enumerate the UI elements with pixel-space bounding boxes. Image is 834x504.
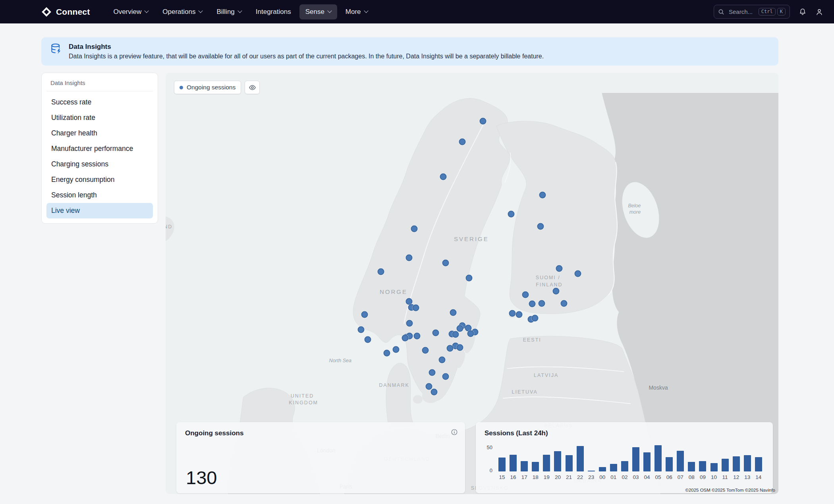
session-marker[interactable] <box>537 223 544 230</box>
session-marker[interactable] <box>411 225 418 232</box>
session-marker[interactable] <box>413 333 420 340</box>
x-tick-label: 20 <box>552 474 563 480</box>
chart-bars <box>496 444 764 471</box>
session-marker[interactable] <box>405 254 412 261</box>
session-marker[interactable] <box>446 345 453 351</box>
search-shortcut: CtrlK <box>759 8 786 15</box>
live-view-map[interactable]: SVERIGENORGESUOMI /FINLANDDANMARKEESTILA… <box>166 73 778 494</box>
sidebar-title: Data Insights <box>46 79 153 91</box>
bar-11 <box>722 459 729 471</box>
session-marker[interactable] <box>402 335 409 342</box>
toggle-visibility-button[interactable] <box>245 81 260 94</box>
session-marker[interactable] <box>440 174 446 180</box>
bar-10 <box>710 463 718 471</box>
session-marker[interactable] <box>575 270 581 277</box>
bar-19 <box>543 455 550 471</box>
session-marker[interactable] <box>480 118 486 125</box>
nav-item-label: Operations <box>162 8 195 16</box>
session-marker[interactable] <box>377 268 384 275</box>
session-marker[interactable] <box>452 331 459 338</box>
bar-column <box>664 457 675 471</box>
session-marker[interactable] <box>556 265 562 272</box>
x-tick-label: 10 <box>708 474 719 480</box>
search-box[interactable]: CtrlK <box>714 5 790 19</box>
bar-column <box>697 461 708 471</box>
brand[interactable]: Connect <box>41 7 90 17</box>
session-marker[interactable] <box>438 356 445 363</box>
bar-column <box>552 451 563 471</box>
x-tick-label: 22 <box>575 474 586 480</box>
session-marker[interactable] <box>406 320 413 327</box>
sidebar-item-utilization-rate[interactable]: Utilization rate <box>46 110 153 126</box>
sidebar-item-success-rate[interactable]: Success rate <box>46 95 153 110</box>
session-marker[interactable] <box>539 191 546 198</box>
session-marker[interactable] <box>456 325 463 332</box>
sidebar-item-manufacturer-performance[interactable]: Manufacturer performance <box>46 141 153 156</box>
bar-15 <box>498 458 506 471</box>
sidebar-item-live-view[interactable]: Live view <box>46 203 153 218</box>
notifications-button[interactable] <box>799 8 807 16</box>
session-marker[interactable] <box>432 329 439 336</box>
legend-ongoing-sessions[interactable]: Ongoing sessions <box>174 81 241 94</box>
session-marker[interactable] <box>529 301 535 307</box>
session-marker[interactable] <box>459 139 465 145</box>
session-marker[interactable] <box>508 211 515 218</box>
bar-04 <box>643 452 651 471</box>
session-marker[interactable] <box>393 346 400 353</box>
bar-16 <box>510 455 517 471</box>
session-marker[interactable] <box>509 310 516 317</box>
top-nav: Connect OverviewOperationsBillingIntegra… <box>0 0 834 23</box>
session-marker[interactable] <box>467 330 474 337</box>
bar-column <box>630 447 641 471</box>
nav-item-operations[interactable]: Operations <box>156 4 208 19</box>
connect-logo-icon <box>41 7 52 17</box>
session-marker[interactable] <box>384 350 390 356</box>
nav-item-sense[interactable]: Sense <box>299 4 337 19</box>
user-menu-button[interactable] <box>815 8 823 16</box>
sidebar-item-charging-sessions[interactable]: Charging sessions <box>46 156 153 172</box>
nav-item-integrations[interactable]: Integrations <box>250 4 297 19</box>
session-marker[interactable] <box>412 305 419 311</box>
session-marker[interactable] <box>539 300 545 307</box>
session-marker[interactable] <box>431 389 437 396</box>
bar-column <box>653 445 664 471</box>
chevron-down-icon <box>364 8 368 13</box>
sidebar-item-session-length[interactable]: Session length <box>46 187 153 203</box>
session-marker[interactable] <box>422 347 429 354</box>
session-marker[interactable] <box>450 309 456 316</box>
bar-column <box>720 459 731 471</box>
sidebar-item-charger-health[interactable]: Charger health <box>46 126 153 141</box>
session-marker[interactable] <box>516 311 523 318</box>
sessions-chart-title: Sessions (Last 24h) <box>485 429 764 437</box>
session-marker[interactable] <box>365 336 371 343</box>
chevron-down-icon <box>145 8 149 13</box>
session-marker[interactable] <box>560 300 567 307</box>
bar-column <box>619 461 630 471</box>
info-button[interactable] <box>451 429 458 437</box>
bar-column <box>541 455 552 471</box>
session-marker[interactable] <box>358 326 365 333</box>
session-marker[interactable] <box>465 274 472 281</box>
bar-column <box>608 464 619 471</box>
x-tick-label: 23 <box>586 474 597 480</box>
session-marker[interactable] <box>442 373 449 380</box>
bar-03 <box>632 447 639 471</box>
bar-08 <box>688 462 695 471</box>
nav-item-billing[interactable]: Billing <box>210 4 247 19</box>
nav-item-more[interactable]: More <box>340 4 374 19</box>
kbd-k: K <box>777 8 786 15</box>
session-marker[interactable] <box>442 259 449 266</box>
session-marker[interactable] <box>361 311 368 318</box>
session-marker[interactable] <box>456 344 463 351</box>
bar-column <box>575 446 586 471</box>
session-marker[interactable] <box>426 383 432 390</box>
session-marker[interactable] <box>522 292 529 298</box>
session-marker[interactable] <box>429 369 436 376</box>
nav-item-overview[interactable]: Overview <box>107 4 154 19</box>
session-marker[interactable] <box>552 288 559 294</box>
sidebar: Data Insights Success rateUtilization ra… <box>41 73 158 224</box>
sidebar-item-energy-consumption[interactable]: Energy consumption <box>46 172 153 187</box>
search-input[interactable] <box>728 8 755 15</box>
session-marker[interactable] <box>532 315 539 321</box>
legend-dot-icon <box>180 86 183 89</box>
